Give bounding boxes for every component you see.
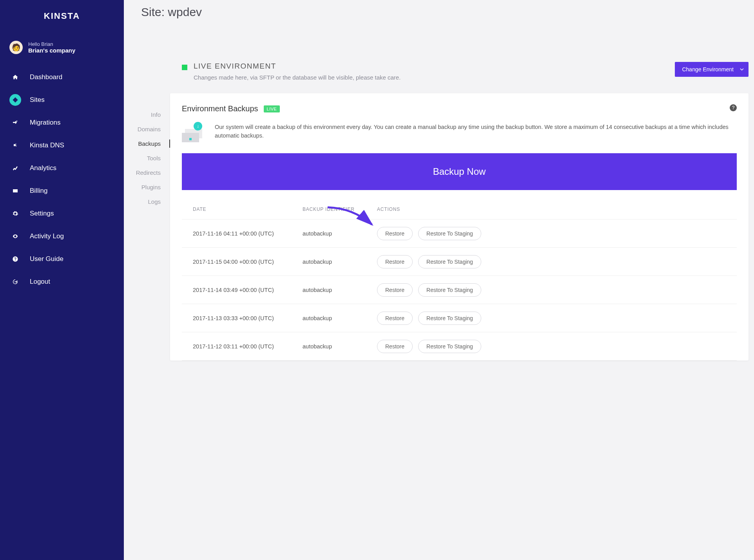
sidebar: KINSTA 🧑 Hello Brian Brian's company Das…	[0, 0, 124, 560]
restore-button[interactable]: Restore	[377, 283, 413, 297]
environment-name: LIVE ENVIRONMENT	[194, 62, 401, 71]
nav-item-logout[interactable]: Logout	[0, 270, 124, 293]
restore-to-staging-button[interactable]: Restore To Staging	[418, 255, 481, 268]
site-subnav: InfoDomainsBackupsToolsRedirectsPluginsL…	[124, 19, 170, 361]
backup-date: 2017-11-13 03:33 +00:00 (UTC)	[193, 315, 303, 321]
restore-to-staging-button[interactable]: Restore To Staging	[418, 283, 481, 297]
backup-date: 2017-11-15 04:00 +00:00 (UTC)	[193, 259, 303, 265]
nav-item-label: Activity Log	[30, 232, 64, 240]
help-icon[interactable]: ?	[730, 104, 737, 111]
backup-identifier: autobackup	[303, 343, 377, 350]
subnav-item-domains[interactable]: Domains	[124, 122, 170, 136]
restore-button[interactable]: Restore	[377, 312, 413, 325]
nav-item-user-guide[interactable]: User Guide	[0, 248, 124, 270]
page-title: Site: wpdev	[124, 0, 754, 19]
nav-item-label: User Guide	[30, 255, 63, 263]
avatar: 🧑	[9, 41, 23, 54]
user-company: Brian's company	[28, 47, 75, 54]
nav-item-activity-log[interactable]: Activity Log	[0, 225, 124, 248]
guide-icon	[9, 253, 21, 265]
home-icon	[9, 71, 21, 83]
billing-icon	[9, 185, 21, 197]
environment-header: LIVE ENVIRONMENT Changes made here, via …	[170, 62, 749, 93]
panel-intro-text: Our system will create a backup of this …	[215, 123, 737, 140]
col-identifier: BACKUP IDENTIFIER	[303, 207, 377, 212]
analytics-icon	[9, 162, 21, 174]
backup-date: 2017-11-16 04:11 +00:00 (UTC)	[193, 230, 303, 237]
nav-item-settings[interactable]: Settings	[0, 202, 124, 225]
migrations-icon	[9, 117, 21, 129]
nav-item-kinsta-dns[interactable]: Kinsta DNS	[0, 134, 124, 157]
backup-date: 2017-11-14 03:49 +00:00 (UTC)	[193, 287, 303, 293]
backups-table: DATE BACKUP IDENTIFIER ACTIONS 2017-11-1…	[182, 207, 737, 361]
backups-panel: Environment Backups LIVE ? Our system wi…	[170, 93, 749, 361]
restore-to-staging-button[interactable]: Restore To Staging	[418, 312, 481, 325]
nav-item-label: Logout	[30, 278, 50, 286]
user-greeting: Hello Brian	[28, 41, 75, 47]
col-actions: ACTIONS	[377, 207, 726, 212]
subnav-item-info[interactable]: Info	[124, 107, 170, 122]
subnav-item-logs[interactable]: Logs	[124, 194, 170, 209]
download-icon	[194, 122, 202, 130]
backup-identifier: autobackup	[303, 287, 377, 293]
dns-icon	[9, 140, 21, 151]
subnav-item-tools[interactable]: Tools	[124, 151, 170, 165]
nav-item-billing[interactable]: Billing	[0, 179, 124, 202]
change-environment-button[interactable]: Change Environment	[675, 62, 749, 77]
backup-identifier: autobackup	[303, 259, 377, 265]
nav-item-label: Sites	[30, 96, 45, 104]
nav-item-label: Dashboard	[30, 73, 62, 81]
backup-row: 2017-11-16 04:11 +00:00 (UTC) autobackup…	[182, 219, 737, 248]
chevron-down-icon	[740, 67, 744, 71]
settings-icon	[9, 208, 21, 219]
nav-item-dashboard[interactable]: Dashboard	[0, 66, 124, 89]
subnav-item-redirects[interactable]: Redirects	[124, 165, 170, 180]
nav-item-sites[interactable]: Sites	[0, 89, 124, 111]
backup-row: 2017-11-15 04:00 +00:00 (UTC) autobackup…	[182, 248, 737, 276]
subnav-item-backups[interactable]: Backups	[124, 136, 170, 151]
restore-to-staging-button[interactable]: Restore To Staging	[418, 227, 481, 240]
environment-description: Changes made here, via SFTP or the datab…	[194, 73, 401, 82]
live-badge: LIVE	[264, 105, 280, 112]
environment-status-indicator	[182, 65, 187, 70]
backup-illustration	[182, 123, 204, 142]
backup-date: 2017-11-12 03:11 +00:00 (UTC)	[193, 343, 303, 350]
backup-identifier: autobackup	[303, 315, 377, 321]
panel-title: Environment Backups	[182, 104, 258, 113]
subnav-item-plugins[interactable]: Plugins	[124, 180, 170, 194]
change-environment-label: Change Environment	[682, 66, 734, 72]
nav-item-label: Billing	[30, 187, 47, 195]
backup-row: 2017-11-13 03:33 +00:00 (UTC) autobackup…	[182, 304, 737, 332]
primary-nav: Dashboard Sites Migrations Kinsta DNS An…	[0, 66, 124, 293]
main: Site: wpdev InfoDomainsBackupsToolsRedir…	[124, 0, 754, 560]
content: LIVE ENVIRONMENT Changes made here, via …	[170, 19, 749, 361]
sites-icon	[9, 94, 21, 106]
activity-icon	[9, 230, 21, 242]
backup-identifier: autobackup	[303, 230, 377, 237]
restore-button[interactable]: Restore	[377, 227, 413, 240]
user-block[interactable]: 🧑 Hello Brian Brian's company	[0, 41, 124, 66]
nav-item-label: Kinsta DNS	[30, 141, 64, 149]
backup-now-button[interactable]: Backup Now	[182, 153, 737, 190]
col-date: DATE	[193, 207, 303, 212]
brand-logo: KINSTA	[0, 7, 124, 41]
restore-to-staging-button[interactable]: Restore To Staging	[418, 340, 481, 353]
nav-item-analytics[interactable]: Analytics	[0, 157, 124, 179]
logout-icon	[9, 276, 21, 288]
nav-item-migrations[interactable]: Migrations	[0, 111, 124, 134]
backup-row: 2017-11-12 03:11 +00:00 (UTC) autobackup…	[182, 332, 737, 361]
nav-item-label: Migrations	[30, 119, 60, 127]
restore-button[interactable]: Restore	[377, 340, 413, 353]
restore-button[interactable]: Restore	[377, 255, 413, 268]
nav-item-label: Settings	[30, 210, 54, 217]
nav-item-label: Analytics	[30, 164, 56, 172]
backup-row: 2017-11-14 03:49 +00:00 (UTC) autobackup…	[182, 276, 737, 304]
